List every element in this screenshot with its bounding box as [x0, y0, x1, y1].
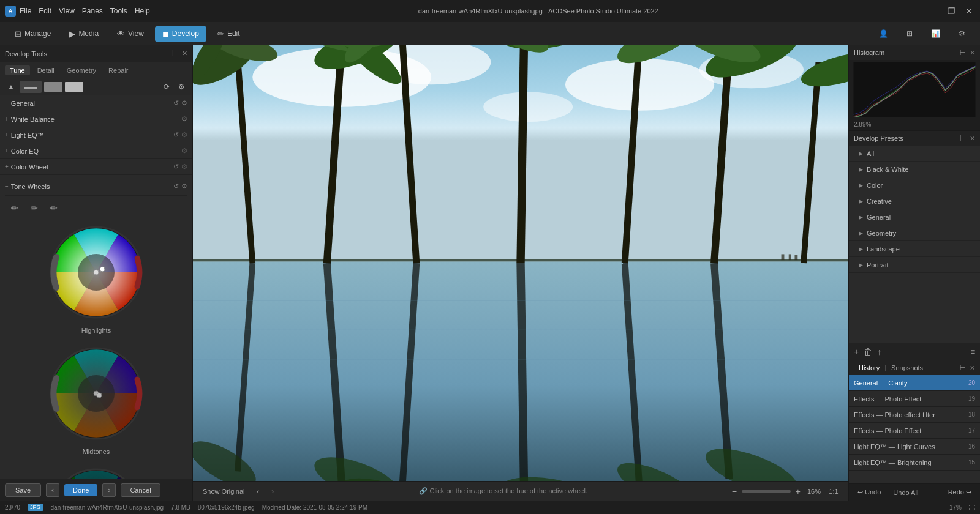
- cancel-button[interactable]: Cancel: [121, 483, 160, 497]
- arrow-icon[interactable]: ▲: [5, 81, 17, 93]
- hist-close-icon[interactable]: ✕: [970, 49, 975, 57]
- add-preset-icon[interactable]: +: [854, 347, 859, 357]
- tool-color-eq[interactable]: + Color EQ ⚙: [0, 143, 192, 159]
- midtones-wheel-wrapper[interactable]: [44, 341, 148, 445]
- wb-gear-icon[interactable]: ⚙: [181, 115, 187, 123]
- close-button[interactable]: ✕: [963, 6, 975, 16]
- menu-tools[interactable]: Tools: [110, 7, 127, 15]
- zoom-slider[interactable]: [742, 490, 791, 493]
- leq-gear-icon[interactable]: ⚙: [181, 131, 187, 139]
- midtones-wheel-svg[interactable]: [44, 341, 148, 445]
- eyedropper-3[interactable]: ✏: [47, 201, 61, 215]
- history-tab[interactable]: History: [854, 364, 884, 371]
- nav-settings[interactable]: ⚙: [951, 26, 973, 41]
- preset-color[interactable]: ▶ Color: [849, 177, 980, 193]
- history-item-3[interactable]: Effects — Photo effect filter 18: [849, 407, 980, 423]
- preset-black-white[interactable]: ▶ Black & White: [849, 162, 980, 177]
- next-btn[interactable]: ›: [268, 486, 277, 496]
- highlights-wheel-svg[interactable]: [44, 220, 148, 324]
- tw-gear-icon[interactable]: ⚙: [181, 182, 187, 190]
- highlights-wheel-wrapper[interactable]: [44, 220, 148, 324]
- menu-help[interactable]: Help: [135, 7, 150, 15]
- nav-media[interactable]: ▶ Media: [62, 26, 106, 42]
- snapshots-tab[interactable]: Snapshots: [886, 364, 928, 371]
- tab-tune[interactable]: Tune: [5, 65, 30, 75]
- general-reset-icon[interactable]: ↺: [173, 99, 179, 107]
- next-image-button[interactable]: ›: [102, 483, 116, 497]
- leq-reset-icon[interactable]: ↺: [173, 131, 179, 139]
- history-header: History | Snapshots ⊢ ✕: [849, 360, 980, 375]
- menu-panes[interactable]: Panes: [82, 7, 103, 15]
- nav-stats[interactable]: 📊: [924, 26, 948, 41]
- panel-close-icon[interactable]: ✕: [182, 50, 187, 58]
- fullscreen-icon[interactable]: ⛶: [969, 504, 975, 511]
- zoom-in-icon[interactable]: +: [793, 486, 803, 496]
- history-item-6[interactable]: Light EQ™ — Brightening 15: [849, 455, 980, 471]
- delete-preset-icon[interactable]: 🗑: [864, 347, 872, 357]
- cw-gear-icon[interactable]: ⚙: [181, 163, 187, 171]
- eyedropper-1[interactable]: ✏: [7, 201, 22, 215]
- undo-all-button[interactable]: Undo All: [889, 488, 922, 497]
- preset-portrait[interactable]: ▶ Portrait: [849, 257, 980, 273]
- tool-light-eq[interactable]: + Light EQ™ ↺ ⚙: [0, 127, 192, 143]
- done-button[interactable]: Done: [64, 484, 97, 496]
- history-close-icon[interactable]: ✕: [970, 364, 975, 372]
- history-item-5[interactable]: Light EQ™ — Light Curves 16: [849, 439, 980, 455]
- eyedropper-2[interactable]: ✏: [27, 201, 42, 215]
- color2-icon[interactable]: [65, 82, 83, 92]
- undo-button[interactable]: ↩ Undo: [854, 487, 884, 497]
- ceq-gear-icon[interactable]: ⚙: [181, 147, 187, 155]
- image-count: 23/70: [5, 504, 20, 511]
- preset-menu-icon[interactable]: ≡: [971, 348, 975, 356]
- preset-icon[interactable]: ▬▬: [20, 81, 42, 93]
- svg-point-14: [52, 471, 140, 479]
- cw-reset-icon[interactable]: ↺: [173, 163, 179, 171]
- menu-view[interactable]: View: [59, 7, 75, 15]
- gear-icon-small[interactable]: ⚙: [175, 81, 187, 93]
- tab-detail[interactable]: Detail: [32, 65, 59, 75]
- general-gear-icon[interactable]: ⚙: [181, 99, 187, 107]
- tool-general[interactable]: − General ↺ ⚙: [0, 95, 192, 111]
- show-original-btn[interactable]: Show Original: [199, 486, 248, 496]
- refresh-icon[interactable]: ⟳: [160, 81, 173, 93]
- zoom-1to1[interactable]: 1:1: [825, 488, 842, 495]
- shadows-wheel-svg[interactable]: [44, 463, 148, 479]
- prev-btn[interactable]: ‹: [253, 486, 263, 496]
- tab-repair[interactable]: Repair: [104, 65, 133, 75]
- nav-view[interactable]: 👁 View: [110, 26, 151, 42]
- presets-pin-icon[interactable]: ⊢: [960, 135, 966, 143]
- menu-file[interactable]: File: [20, 7, 31, 15]
- preset-geometry[interactable]: ▶ Geometry: [849, 225, 980, 241]
- preset-creative[interactable]: ▶ Creative: [849, 193, 980, 209]
- tool-white-balance[interactable]: + White Balance ⚙: [0, 111, 192, 127]
- prev-image-button[interactable]: ‹: [46, 483, 59, 497]
- maximize-button[interactable]: ❐: [945, 6, 958, 16]
- color1-icon[interactable]: [44, 82, 62, 92]
- preset-landscape[interactable]: ▶ Landscape: [849, 241, 980, 257]
- presets-close-icon[interactable]: ✕: [970, 135, 975, 143]
- tool-color-wheel[interactable]: + Color Wheel ↺ ⚙: [0, 159, 192, 175]
- nav-develop[interactable]: ◼ Develop: [155, 26, 206, 42]
- preset-all[interactable]: ▶ All: [849, 146, 980, 162]
- minimize-button[interactable]: —: [927, 6, 940, 16]
- nav-grid[interactable]: ⊞: [899, 26, 920, 41]
- history-item-4[interactable]: Effects — Photo Effect 17: [849, 423, 980, 439]
- history-pin-icon[interactable]: ⊢: [960, 364, 966, 372]
- nav-edit[interactable]: ✏ Edit: [210, 26, 247, 42]
- hist-pin-icon[interactable]: ⊢: [960, 49, 966, 57]
- zoom-out-icon[interactable]: −: [729, 486, 739, 496]
- export-preset-icon[interactable]: ↑: [877, 347, 881, 357]
- tab-geometry[interactable]: Geometry: [62, 65, 101, 75]
- shadows-wheel-wrapper[interactable]: [44, 463, 148, 479]
- nav-user[interactable]: 👤: [872, 26, 895, 41]
- redo-button[interactable]: Redo ↪: [944, 487, 975, 497]
- panel-pin-icon[interactable]: ⊢: [172, 50, 178, 58]
- tw-reset-icon[interactable]: ↺: [173, 182, 179, 190]
- menu-edit[interactable]: Edit: [39, 7, 51, 15]
- preset-general[interactable]: ▶ General: [849, 209, 980, 225]
- save-button[interactable]: Save: [5, 483, 41, 497]
- image-container[interactable]: [193, 45, 848, 481]
- nav-manage[interactable]: ⊞ Manage: [7, 26, 58, 42]
- history-item-1[interactable]: General — Clarity 20: [849, 375, 980, 391]
- history-item-2[interactable]: Effects — Photo Effect 19: [849, 391, 980, 407]
